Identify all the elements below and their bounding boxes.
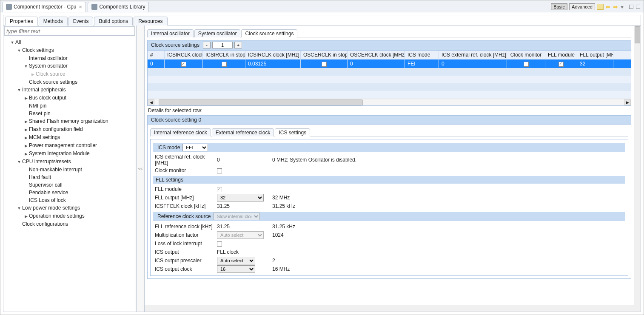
clock-monitor-label: Clock monitor	[153, 167, 217, 173]
tab-internal-ref-clock[interactable]: Internal reference clock	[150, 128, 211, 136]
fll-ref-clock-info: 31.25 kHz	[268, 224, 295, 230]
fll-module-label: FLL module	[153, 186, 217, 192]
tree-system-oscillator[interactable]: System oscillator Clock source	[24, 62, 136, 78]
loss-lock-label: Loss of lock interrupt	[153, 241, 217, 247]
tree-hard-fault[interactable]: Hard fault	[24, 173, 136, 181]
tree-all[interactable]: All Clock settings Internal oscillator S…	[10, 38, 136, 228]
tree-sys-integration[interactable]: System Integration Module	[24, 150, 136, 158]
count-minus-button[interactable]: -	[203, 42, 211, 48]
detail-title: Clock source setting 0	[151, 117, 201, 123]
nav-fwd-icon[interactable]: ➡	[613, 3, 619, 10]
fll-ref-clock-label: FLL reference clock [kHz]	[153, 224, 217, 230]
tab-ics-settings[interactable]: ICS settings	[275, 128, 310, 136]
scroll-left-icon[interactable]: ◀	[148, 99, 154, 105]
col-icsirclk-mhz[interactable]: ICSIRCLK clock [MHz]	[245, 51, 301, 59]
tree-cpu-interrupts[interactable]: CPU interrupts/resets Non-maskable inter…	[17, 158, 136, 204]
col-fll-output[interactable]: FLL output [MHz]	[577, 51, 613, 59]
vertical-scrollbar[interactable]	[634, 26, 641, 312]
tree-ics-loss-lock[interactable]: ICS Loss of lock	[24, 196, 136, 204]
maximize-icon[interactable]	[636, 5, 640, 9]
tab-methods[interactable]: Methods	[39, 17, 68, 26]
table-row[interactable]	[148, 68, 631, 76]
table-row[interactable]	[148, 91, 631, 99]
col-fll-module[interactable]: FLL module	[545, 51, 577, 59]
nav-back-icon[interactable]: ⬅	[605, 3, 611, 10]
count-plus-button[interactable]: +	[234, 42, 242, 48]
clock-monitor-checkbox[interactable]	[217, 168, 222, 173]
col-ics-mode[interactable]: ICS mode	[405, 51, 439, 59]
settings-tree: All Clock settings Internal oscillator S…	[3, 37, 136, 312]
nav-new-icon[interactable]	[597, 4, 604, 10]
tree-pendable-service[interactable]: Pendable service	[24, 189, 136, 196]
tab-events[interactable]: Events	[68, 17, 94, 26]
tree-op-mode[interactable]: Operation mode settings	[24, 212, 136, 220]
horizontal-scrollbar[interactable]: ◀ ▶	[148, 99, 631, 105]
tab-clock-source-settings[interactable]: Clock source settings	[241, 29, 297, 37]
tab-component-inspector[interactable]: Component Inspector - Cpu ✕	[2, 2, 86, 12]
tree-power-mgmt[interactable]: Power management controller	[24, 142, 136, 150]
tab-system-oscillator[interactable]: System oscillator	[194, 29, 241, 37]
ics-prescaler-select[interactable]: Auto select	[217, 257, 255, 264]
checkbox-icon[interactable]	[559, 62, 564, 67]
tab-external-ref-clock[interactable]: External reference clock	[212, 128, 274, 136]
tree-low-power[interactable]: Low power mode settings Operation mode s…	[17, 204, 136, 220]
mult-factor-info: 1024	[268, 232, 284, 238]
tab-resources[interactable]: Resources	[134, 17, 167, 26]
tab-components-library[interactable]: Components Library	[88, 2, 149, 12]
tree-internal-peripherals[interactable]: Internal peripherals Bus clock output NM…	[17, 86, 136, 158]
tree-supervisor-call[interactable]: Supervisor call	[24, 181, 136, 189]
col-clock-monitor[interactable]: Clock monitor	[507, 51, 545, 59]
fll-module-checkbox[interactable]	[217, 187, 222, 192]
col-icsirclk-stop[interactable]: ICSIRCLK in stop	[203, 51, 245, 59]
mult-factor-select: Auto select	[217, 231, 264, 239]
tab-properties[interactable]: Properties	[5, 17, 38, 26]
filter-input[interactable]	[4, 26, 135, 36]
tab-internal-oscillator[interactable]: Internal oscillator	[147, 29, 194, 37]
library-icon	[91, 4, 97, 10]
tree-internal-oscillator[interactable]: Internal oscillator	[24, 54, 136, 62]
clock-tab-bar: Internal oscillator System oscillator Cl…	[147, 28, 631, 37]
tree-clock-configs[interactable]: Clock configurations	[17, 220, 136, 228]
close-icon[interactable]: ✕	[79, 5, 82, 9]
ics-output-value: FLL clock	[217, 249, 268, 255]
tree-clock-source[interactable]: Clock source	[31, 70, 136, 78]
fll-ref-clock-value: 31.25	[217, 224, 268, 230]
loss-lock-checkbox[interactable]	[217, 241, 222, 247]
view-menu-icon[interactable]: ▾	[621, 3, 627, 10]
col-idx[interactable]: #	[148, 51, 165, 59]
scroll-right-icon[interactable]: ▶	[624, 99, 631, 105]
ics-out-clock-select[interactable]: 16	[217, 265, 255, 273]
tree-flash-config[interactable]: Flash configuration field	[24, 125, 136, 133]
properties-tab-bar: Properties Methods Events Build options …	[3, 15, 641, 26]
ics-ext-ref-info: 0 MHz; System Oscillator is disabled.	[268, 157, 356, 163]
tree-mcm-settings[interactable]: MCM settings	[24, 133, 136, 142]
tree-reset-pin[interactable]: Reset pin	[24, 110, 136, 117]
tree-bus-clock-output[interactable]: Bus clock output	[24, 94, 136, 102]
col-oscerclk-mhz[interactable]: OSCERCLK clock [MHz]	[348, 51, 405, 59]
col-oscerclk-stop[interactable]: OSCERCLK in stop	[301, 51, 348, 59]
col-ics-ext-ref[interactable]: ICS external ref. clock [MHz]	[439, 51, 507, 59]
mode-advanced-button[interactable]: Advanced	[569, 3, 595, 10]
bottom-scrollbar[interactable]	[145, 305, 641, 312]
checkbox-icon[interactable]	[524, 62, 529, 67]
table-row[interactable]: 0 0.03125 0 FEI 0 32	[148, 60, 631, 68]
tree-clock-settings[interactable]: Clock settings Internal oscillator Syste…	[17, 46, 136, 86]
checkbox-icon[interactable]	[181, 62, 186, 67]
minimize-icon[interactable]	[629, 5, 633, 9]
tree-clock-source-settings[interactable]: Clock source settings	[24, 78, 136, 86]
col-icsirclk-clock[interactable]: ICSIRCLK clock	[165, 51, 203, 59]
table-row[interactable]	[148, 76, 631, 83]
tree-shared-flash[interactable]: Shared Flash memory organization	[24, 117, 136, 125]
tree-nmi[interactable]: Non-maskable interrupt	[24, 166, 136, 173]
table-row[interactable]	[148, 83, 631, 91]
checkbox-icon[interactable]	[322, 62, 327, 67]
ics-mode-select[interactable]: FEI	[182, 144, 208, 151]
tab-build-options[interactable]: Build options	[94, 17, 133, 26]
checkbox-icon[interactable]	[222, 62, 227, 67]
splitter[interactable]: <<	[136, 26, 145, 312]
ics-settings-form: ICS mode FEI ICS external ref. clock [MH…	[150, 139, 628, 276]
count-input[interactable]	[212, 42, 233, 48]
tree-nmi-pin[interactable]: NMI pin	[24, 102, 136, 110]
mode-basic-button[interactable]: Basic	[551, 3, 567, 10]
fll-output-select[interactable]: 32	[217, 194, 264, 201]
